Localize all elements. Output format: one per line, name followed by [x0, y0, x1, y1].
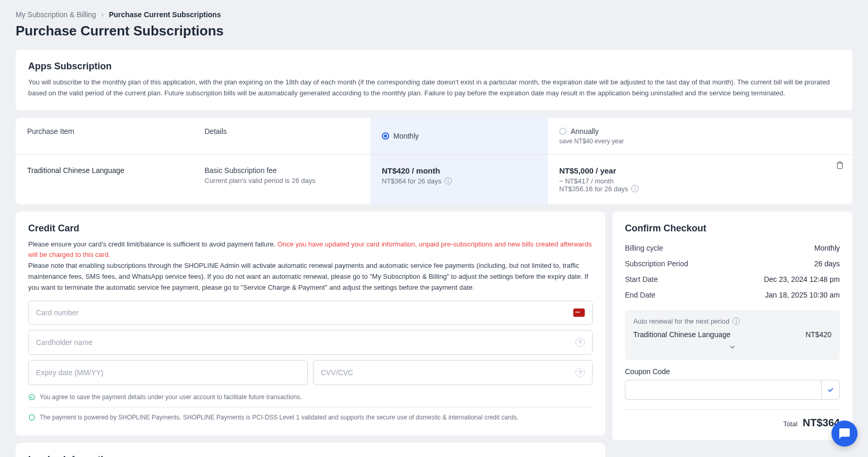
help-icon[interactable]: ?: [575, 368, 585, 377]
helper-pci-text: The payment is powered by SHOPLINE Payme…: [40, 414, 519, 421]
helper-save-text: You agree to save the payment details un…: [40, 393, 302, 401]
end-date-label: End Date: [625, 291, 655, 299]
start-date-value: Dec 23, 2024 12:48 pm: [764, 275, 840, 283]
chevron-right-icon: ›: [101, 10, 104, 19]
coupon-input[interactable]: [625, 380, 821, 400]
renewal-item-name: Traditional Chinese Language: [633, 330, 730, 339]
breadcrumb-parent[interactable]: My Subscription & Billing: [16, 10, 96, 19]
plan-item-name: Traditional Chinese Language: [16, 155, 193, 204]
card-brand-icon: [573, 308, 585, 317]
end-date-value: Jan 18, 2025 10:30 am: [765, 291, 840, 299]
expiry-placeholder: Expiry date (MM/YY): [36, 368, 103, 377]
expiry-field[interactable]: Expiry date (MM/YY): [28, 360, 308, 385]
chevron-down-icon[interactable]: [633, 343, 831, 353]
credit-card-section: Credit Card Please ensure your card's cr…: [16, 212, 605, 436]
monthly-price: NT$420 / month: [382, 166, 536, 175]
billing-cycle-value: Monthly: [814, 244, 840, 252]
renewal-item-price: NT$420: [805, 330, 831, 339]
apps-subscription-card: Apps Subscription You will subscribe to …: [16, 50, 852, 110]
total-label: Total: [783, 420, 797, 428]
credit-card-heading: Credit Card: [28, 223, 593, 234]
col-purchase-item: Purchase Item: [16, 118, 193, 154]
period-value: 26 days: [814, 260, 840, 268]
radio-unselected-icon: [559, 128, 566, 135]
helper-pci: The payment is powered by SHOPLINE Payme…: [28, 411, 593, 424]
chat-fab-button[interactable]: [831, 421, 858, 447]
billing-cycle-label: Billing cycle: [625, 244, 663, 252]
period-label: Subscription Period: [625, 260, 688, 268]
auto-renewal-title: Auto renewal for the next period: [633, 317, 729, 325]
card-number-field[interactable]: Card number: [28, 301, 593, 325]
checkout-heading: Confirm Checkout: [625, 223, 840, 234]
help-icon[interactable]: ?: [575, 338, 585, 347]
invoice-section: Invoice Information: [16, 443, 605, 457]
plan-annually-label: Annually: [571, 127, 599, 135]
annual-per-month: ~ NT$417 / month: [559, 177, 613, 185]
page-title: Purchase Current Subscriptions: [16, 23, 852, 39]
cc-desc-2: Please note that enabling subscriptions …: [28, 262, 588, 291]
breadcrumb-current: Purchase Current Subscriptions: [109, 10, 221, 19]
plan-monthly-label: Monthly: [393, 132, 419, 140]
start-date-label: Start Date: [625, 275, 658, 283]
invoice-heading: Invoice Information: [28, 454, 593, 457]
confirm-checkout-section: Confirm Checkout Billing cycle Monthly S…: [612, 212, 852, 440]
apply-coupon-button[interactable]: [821, 380, 840, 400]
radio-selected-icon: [382, 132, 389, 140]
cc-desc-1: Please ensure your card's credit limit/b…: [28, 240, 278, 248]
apps-subscription-desc: You will subscribe to the monthly plan o…: [28, 77, 840, 99]
info-icon[interactable]: i: [631, 185, 638, 192]
monthly-prorated: NT$364 for 26 days: [382, 177, 441, 185]
plan-details-line1: Basic Subscription fee: [204, 166, 359, 175]
annual-prorated: NT$356.16 for 26 days: [559, 185, 628, 193]
coupon-label: Coupon Code: [625, 367, 840, 376]
annual-price: NT$5,000 / year: [559, 166, 841, 175]
cardholder-name-field[interactable]: Cardholder name ?: [28, 330, 593, 355]
plan-monthly-option[interactable]: Monthly: [370, 118, 548, 154]
plan-table: Purchase Item Details Monthly Annually s…: [16, 118, 852, 204]
apps-subscription-heading: Apps Subscription: [28, 61, 840, 72]
card-number-placeholder: Card number: [36, 308, 79, 317]
helper-save-details: You agree to save the payment details un…: [28, 390, 593, 404]
trash-icon[interactable]: [836, 161, 844, 171]
breadcrumb: My Subscription & Billing › Purchase Cur…: [16, 10, 852, 19]
plan-annual-save: save NT$40 every year: [559, 138, 841, 145]
info-icon[interactable]: i: [444, 177, 452, 184]
col-details: Details: [193, 118, 370, 154]
cvv-field[interactable]: CVV/CVC ?: [313, 360, 593, 385]
plan-annually-option[interactable]: Annually save NT$40 every year: [548, 118, 852, 154]
plan-details-line2: Current plan's valid period is 26 days: [204, 177, 359, 184]
cvv-placeholder: CVV/CVC: [321, 368, 353, 377]
auto-renewal-box: Auto renewal for the next period i Tradi…: [625, 310, 840, 360]
info-icon[interactable]: i: [732, 317, 740, 325]
cardholder-placeholder: Cardholder name: [36, 338, 92, 347]
